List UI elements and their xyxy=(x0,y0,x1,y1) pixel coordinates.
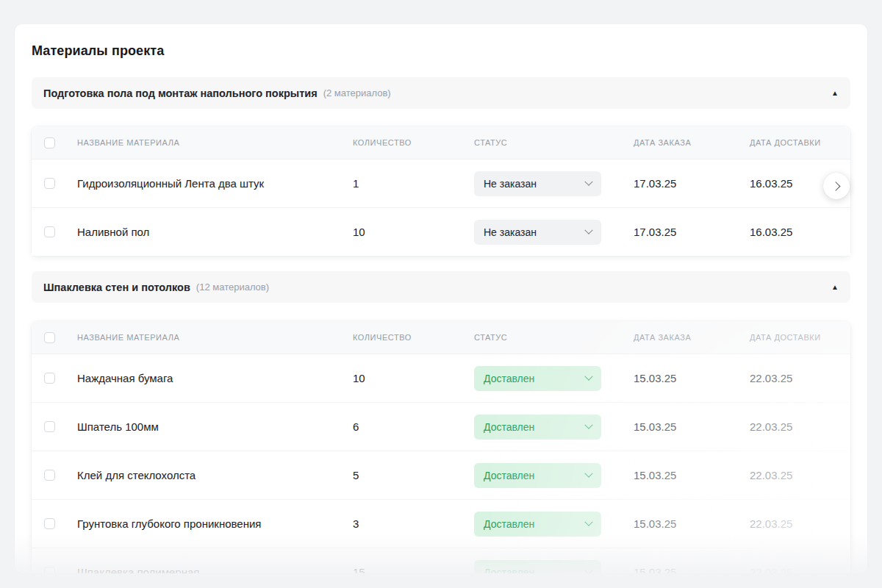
status-select[interactable]: Доставлен xyxy=(474,463,601,488)
material-name: Гидроизоляционный Лента два штук xyxy=(77,177,353,190)
order-date: 15.03.25 xyxy=(634,372,750,384)
material-quantity: 5 xyxy=(353,469,474,481)
status-select[interactable]: Доставлен xyxy=(474,512,601,537)
table-row: Клей для стеклохолста 5 Доставлен 15.03.… xyxy=(32,451,850,500)
table-header-row: НАЗВАНИЕ МАТЕРИАЛА КОЛИЧЕСТВО СТАТУС ДАТ… xyxy=(32,126,850,159)
select-all-checkbox[interactable] xyxy=(44,332,55,343)
section-count: (12 материалов) xyxy=(196,282,269,293)
collapse-up-icon[interactable]: ▲ xyxy=(831,90,839,97)
row-checkbox[interactable] xyxy=(44,567,55,573)
table-row: Грунтовка глубокого проникновения 3 Дост… xyxy=(32,500,850,548)
material-quantity: 10 xyxy=(353,226,474,238)
delivery-date: 16.03.25 xyxy=(750,226,850,238)
status-select[interactable]: Не заказан xyxy=(474,171,601,196)
section-header-wall-putty[interactable]: Шпаклевка стен и потолков (12 материалов… xyxy=(32,271,850,303)
chevron-down-icon xyxy=(584,177,592,185)
material-quantity: 3 xyxy=(353,517,474,530)
chevron-down-icon xyxy=(584,566,592,573)
material-name: Грунтовка глубокого проникновения xyxy=(77,517,353,530)
materials-card: Материалы проекта Подготовка пола под мо… xyxy=(15,24,867,573)
column-header-delivery-date: ДАТА ДОСТАВКИ xyxy=(750,333,850,342)
material-quantity: 1 xyxy=(353,177,474,190)
column-header-status: СТАТУС xyxy=(474,138,634,147)
status-value: Не заказан xyxy=(484,178,537,190)
column-header-status: СТАТУС xyxy=(474,333,634,342)
status-select[interactable]: Доставлен xyxy=(474,560,601,574)
status-value: Доставлен xyxy=(484,421,534,433)
status-select[interactable]: Не заказан xyxy=(474,220,601,245)
material-name: Наждачная бумага xyxy=(77,372,353,384)
row-checkbox[interactable] xyxy=(44,470,55,481)
column-header-delivery-date: ДАТА ДОСТАВКИ xyxy=(750,138,850,147)
chevron-down-icon xyxy=(584,517,592,526)
delivery-date: 22.03.25 xyxy=(750,372,850,384)
row-checkbox[interactable] xyxy=(44,226,55,237)
material-name: Шпаклевка полимерная xyxy=(77,566,353,573)
materials-table-wall-putty: НАЗВАНИЕ МАТЕРИАЛА КОЛИЧЕСТВО СТАТУС ДАТ… xyxy=(32,321,850,573)
status-value: Доставлен xyxy=(484,373,534,384)
material-name: Клей для стеклохолста xyxy=(77,469,353,481)
status-value: Доставлен xyxy=(484,567,534,574)
delivery-date: 22.03.25 xyxy=(750,469,850,481)
materials-table-floor-prep: НАЗВАНИЕ МАТЕРИАЛА КОЛИЧЕСТВО СТАТУС ДАТ… xyxy=(32,126,850,257)
delivery-date: 22.03.25 xyxy=(750,566,850,573)
row-checkbox[interactable] xyxy=(44,421,55,432)
page-background: Материалы проекта Подготовка пола под мо… xyxy=(0,0,882,588)
column-header-quantity: КОЛИЧЕСТВО xyxy=(353,333,474,342)
order-date: 17.03.25 xyxy=(634,226,750,238)
table-header-row: НАЗВАНИЕ МАТЕРИАЛА КОЛИЧЕСТВО СТАТУС ДАТ… xyxy=(32,321,850,354)
status-select[interactable]: Доставлен xyxy=(474,415,601,440)
chevron-right-icon xyxy=(831,182,840,191)
order-date: 15.03.25 xyxy=(634,420,750,433)
column-header-name: НАЗВАНИЕ МАТЕРИАЛА xyxy=(77,333,353,342)
material-name: Наливной пол xyxy=(77,226,353,238)
material-quantity: 6 xyxy=(353,420,474,433)
material-quantity: 15 xyxy=(353,566,474,573)
scroll-right-button[interactable] xyxy=(823,173,850,199)
chevron-down-icon xyxy=(584,420,592,429)
page-title: Материалы проекта xyxy=(32,43,850,59)
section-title: Подготовка пола под монтаж напольного по… xyxy=(43,87,318,99)
order-date: 17.03.25 xyxy=(634,177,750,190)
section-count: (2 материалов) xyxy=(323,87,391,98)
material-quantity: 10 xyxy=(353,372,474,384)
order-date: 15.03.25 xyxy=(634,566,750,573)
row-checkbox[interactable] xyxy=(44,178,55,189)
row-checkbox[interactable] xyxy=(44,373,55,384)
row-checkbox[interactable] xyxy=(44,518,55,529)
delivery-date: 22.03.25 xyxy=(750,420,850,433)
column-header-quantity: КОЛИЧЕСТВО xyxy=(353,138,474,147)
delivery-date: 22.03.25 xyxy=(750,517,850,530)
section-header-floor-prep[interactable]: Подготовка пола под монтаж напольного по… xyxy=(32,77,850,109)
section-title: Шпаклевка стен и потолков xyxy=(43,282,190,293)
column-header-name: НАЗВАНИЕ МАТЕРИАЛА xyxy=(77,138,353,147)
column-header-order-date: ДАТА ЗАКАЗА xyxy=(634,333,750,342)
chevron-down-icon xyxy=(584,372,592,380)
chevron-down-icon xyxy=(584,226,592,234)
material-name: Шпатель 100мм xyxy=(77,420,353,433)
column-header-order-date: ДАТА ЗАКАЗА xyxy=(634,138,750,147)
status-select[interactable]: Доставлен xyxy=(474,366,601,391)
table-row: Наждачная бумага 10 Доставлен 15.03.25 2… xyxy=(32,354,850,403)
table-row: Шпаклевка полимерная 15 Доставлен 15.03.… xyxy=(32,548,850,573)
chevron-down-icon xyxy=(584,469,592,477)
collapse-up-icon[interactable]: ▲ xyxy=(831,284,839,291)
status-value: Доставлен xyxy=(484,518,534,530)
order-date: 15.03.25 xyxy=(634,517,750,530)
status-value: Доставлен xyxy=(484,470,534,481)
select-all-checkbox[interactable] xyxy=(44,137,55,148)
table-row: Шпатель 100мм 6 Доставлен 15.03.25 22.03… xyxy=(32,403,850,451)
table-row: Наливной пол 10 Не заказан 17.03.25 16.0… xyxy=(32,208,850,257)
status-value: Не заказан xyxy=(484,226,537,238)
order-date: 15.03.25 xyxy=(634,469,750,481)
table-row: Гидроизоляционный Лента два штук 1 Не за… xyxy=(32,159,850,208)
